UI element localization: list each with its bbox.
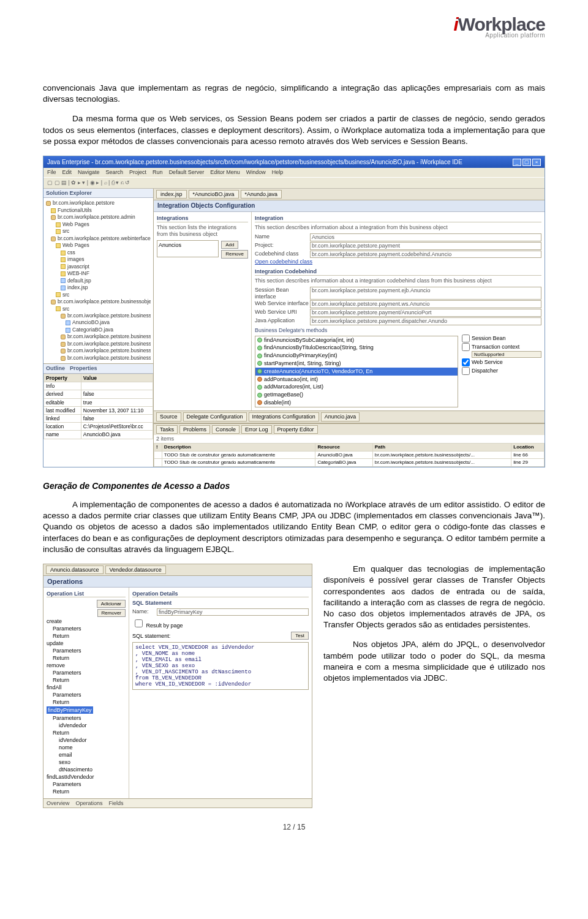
datasource-screenshot: Anuncio.datasourceVendedor.datasource Op…	[43, 564, 312, 808]
ide-toolbar[interactable]: ▢ ▢ ▤ | ✿ ▸ ▾ | ◉ ▸ | ⌕ | ⎙ ▾ ⎌ ↺	[43, 177, 545, 189]
ide-titlebar: Java Enterprise - br.com.iworkplace.pets…	[43, 156, 545, 168]
side-paragraph-1: Em qualquer das tecnologias de implement…	[323, 564, 545, 630]
datasource-footer-tabs[interactable]: OverviewOperationsFields	[43, 798, 312, 807]
solution-explorer-tab[interactable]: Solution Explorer	[43, 189, 153, 199]
tasks-table: !DescriptionResourcePathLocationTODO Stu…	[154, 443, 545, 467]
side-paragraph-2: Nos objetos JPA, além do JPQL, o desenvo…	[323, 639, 545, 684]
sql-textarea[interactable]: select VEN_ID_VENDEDOR as idVendedor , V…	[132, 642, 309, 690]
operation-name-input[interactable]: findByPrimaryKey	[157, 608, 309, 616]
solution-explorer-tree[interactable]: br.com.iworkplace.petstoreFunctionalUtil…	[43, 198, 153, 363]
operation-tree[interactable]: createParametersReturnupdateParametersRe…	[47, 618, 126, 795]
window-buttons[interactable]: _▢×	[511, 158, 541, 166]
methods-list[interactable]: findAnunciosBySubCategoria(int, int)find…	[255, 336, 458, 407]
editor-bottom-tabs[interactable]: SourceDelegate ConfigurationIntegrations…	[154, 410, 545, 423]
ds-remove-button[interactable]: Remover	[97, 609, 126, 617]
properties-tabs[interactable]: OutlineProperties	[43, 364, 153, 374]
paragraph-1: convencionais Java que implementam as re…	[43, 83, 545, 105]
export-checkboxes[interactable]: Session BeanTransaction contextNotSuppor…	[462, 334, 541, 407]
datasource-tabs[interactable]: Anuncio.datasourceVendedor.datasource	[43, 564, 312, 576]
brand-logo: iWorkplace Application platform	[453, 15, 545, 39]
result-by-page-checkbox[interactable]	[135, 619, 143, 627]
editor-tabs[interactable]: index.jsp*AnuncioBO.java*Anundo.java	[154, 189, 545, 201]
tasks-tabs[interactable]: TasksProblemsConsoleError LogProperty Ed…	[154, 423, 545, 436]
ide-screenshot: Java Enterprise - br.com.iworkplace.pets…	[43, 156, 545, 467]
page-number: 12 / 15	[43, 823, 545, 831]
paragraph-2: Da mesma forma que os Web services, os S…	[43, 113, 545, 147]
ide-menubar[interactable]: FileEditNavigateSearchProjectRunDefault …	[43, 168, 545, 177]
section-heading: Geração de Componentes de Acesso a Dados	[43, 481, 545, 491]
integrations-list[interactable]: Anuncios	[157, 240, 219, 257]
paragraph-3: A implementação de componentes de acesso…	[43, 499, 545, 555]
ds-add-button[interactable]: Adicionar	[97, 600, 126, 608]
remove-button[interactable]: Remove	[221, 250, 248, 259]
properties-table: PropertyValueInfoderivedfalseeditabletru…	[43, 374, 153, 439]
add-button[interactable]: Add	[221, 241, 238, 249]
editor-title: Integration Objects Configuration	[154, 200, 545, 212]
open-codebehind-link[interactable]: Open codebehind class	[255, 259, 541, 265]
test-button[interactable]: Test	[291, 632, 309, 640]
